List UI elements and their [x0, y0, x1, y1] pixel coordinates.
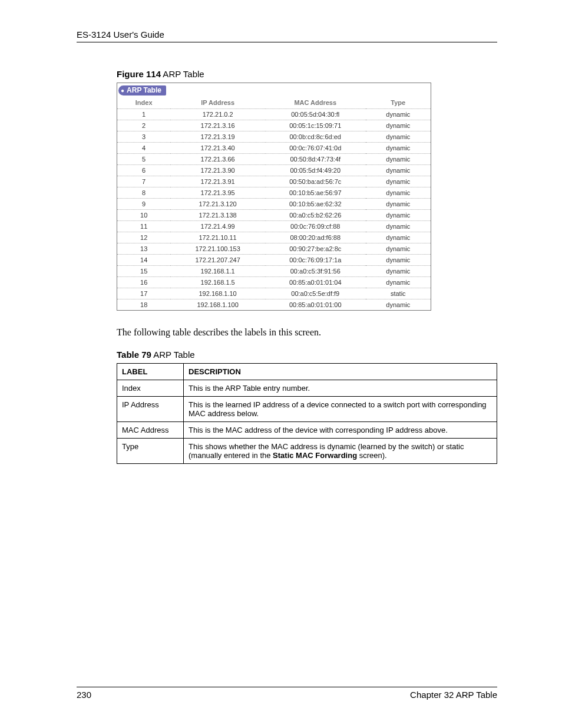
cell-mac: 00:85:a0:01:01:00: [265, 299, 366, 311]
cell-ip: 172.21.207.247: [170, 255, 265, 266]
cell-index: 17: [117, 288, 170, 299]
cell-type: dynamic: [366, 232, 431, 243]
cell-ip: 172.21.3.120: [170, 199, 265, 210]
cell-description: This is the ARP Table entry number.: [184, 380, 497, 397]
table-row: IP AddressThis is the learned IP address…: [117, 397, 497, 422]
chapter-label: Chapter 32 ARP Table: [410, 690, 497, 700]
cell-index: 11: [117, 221, 170, 232]
arp-table-tab[interactable]: ARP Table: [118, 85, 166, 95]
cell-mac: 00:0c:76:07:41:0d: [265, 143, 366, 154]
col-mac: MAC Address: [265, 95, 366, 109]
table-row: 3172.21.3.1900:0b:cd:8c:6d:eddynamic: [117, 131, 431, 143]
cell-index: 18: [117, 299, 170, 311]
cell-ip: 192.168.1.1: [170, 266, 265, 277]
cell-type: dynamic: [366, 176, 431, 187]
cell-ip: 172.21.10.11: [170, 232, 265, 243]
table-row: 16192.168.1.500:85:a0:01:01:04dynamic: [117, 277, 431, 288]
cell-ip: 172.21.3.16: [170, 120, 265, 131]
table-row: 4172.21.3.4000:0c:76:07:41:0ddynamic: [117, 143, 431, 154]
cell-index: 3: [117, 131, 170, 143]
cell-ip: 172.21.3.19: [170, 131, 265, 143]
cell-type: dynamic: [366, 143, 431, 154]
cell-type: dynamic: [366, 266, 431, 277]
cell-type: dynamic: [366, 187, 431, 199]
cell-ip: 192.168.1.5: [170, 277, 265, 288]
cell-mac: 00:0c:76:09:17:1a: [265, 255, 366, 266]
cell-index: 8: [117, 187, 170, 199]
cell-index: 4: [117, 143, 170, 154]
cell-type: dynamic: [366, 243, 431, 255]
table-row: 6172.21.3.9000:05:5d:f4:49:20dynamic: [117, 165, 431, 176]
cell-description: This is the learned IP address of a devi…: [184, 397, 497, 422]
cell-mac: 00:50:ba:ad:56:7c: [265, 176, 366, 187]
description-table: LABEL DESCRIPTION IndexThis is the ARP T…: [117, 363, 497, 464]
table-row: IndexThis is the ARP Table entry number.: [117, 380, 497, 397]
cell-type: dynamic: [366, 277, 431, 288]
cell-mac: 08:00:20:ad:f6:88: [265, 232, 366, 243]
cell-type: dynamic: [366, 221, 431, 232]
cell-type: dynamic: [366, 210, 431, 221]
cell-index: 13: [117, 243, 170, 255]
cell-index: 6: [117, 165, 170, 176]
cell-index: 2: [117, 120, 170, 131]
table-row: TypeThis shows whether the MAC address i…: [117, 439, 497, 464]
cell-ip: 172.21.3.40: [170, 143, 265, 154]
cell-mac: 00:05:5d:f4:49:20: [265, 165, 366, 176]
cell-mac: 00:0c:76:09:cf:88: [265, 221, 366, 232]
cell-index: 10: [117, 210, 170, 221]
cell-index: 15: [117, 266, 170, 277]
table-row: 7172.21.3.9100:50:ba:ad:56:7cdynamic: [117, 176, 431, 187]
cell-type: dynamic: [366, 299, 431, 311]
cell-mac: 00:85:a0:01:01:04: [265, 277, 366, 288]
cell-mac: 00:05:5d:04:30:fl: [265, 109, 366, 120]
figure-title: ARP Table: [161, 69, 204, 79]
cell-description: This shows whether the MAC address is dy…: [184, 439, 497, 464]
cell-index: 9: [117, 199, 170, 210]
col-description: DESCRIPTION: [184, 364, 497, 380]
cell-mac: 00:a0:c5:3f:91:56: [265, 266, 366, 277]
cell-type: dynamic: [366, 199, 431, 210]
table-row: 17192.168.1.1000:a0:c5:5e:df:f9static: [117, 288, 431, 299]
cell-type: dynamic: [366, 131, 431, 143]
table-row: 15192.168.1.100:a0:c5:3f:91:56dynamic: [117, 266, 431, 277]
table-row: 11172.21.4.9900:0c:76:09:cf:88dynamic: [117, 221, 431, 232]
cell-ip: 172.21.0.2: [170, 109, 265, 120]
cell-index: 16: [117, 277, 170, 288]
arp-data-table: Index IP Address MAC Address Type 1172.2…: [117, 95, 431, 310]
col-ip: IP Address: [170, 95, 265, 109]
table-row: 5172.21.3.6600:50:8d:47:73:4fdynamic: [117, 154, 431, 165]
table-row: MAC AddressThis is the MAC address of th…: [117, 422, 497, 439]
cell-label: MAC Address: [117, 422, 184, 439]
cell-mac: 00:a0:c5:5e:df:f9: [265, 288, 366, 299]
table-row: 1172.21.0.200:05:5d:04:30:fldynamic: [117, 109, 431, 120]
cell-ip: 172.21.3.90: [170, 165, 265, 176]
col-type: Type: [366, 95, 431, 109]
col-index: Index: [117, 95, 170, 109]
cell-label: Index: [117, 380, 184, 397]
table-row: 18192.168.1.10000:85:a0:01:01:00dynamic: [117, 299, 431, 311]
table-row: 9172.21.3.12000:10:b5:ae:62:32dynamic: [117, 199, 431, 210]
cell-type: dynamic: [366, 255, 431, 266]
cell-mac: 00:10:b5:ae:62:32: [265, 199, 366, 210]
cell-mac: 00:0b:cd:8c:6d:ed: [265, 131, 366, 143]
page-number: 230: [77, 690, 91, 700]
table-row: 13172.21.100.15300:90:27:be:a2:8cdynamic: [117, 243, 431, 255]
cell-ip: 172.21.3.91: [170, 176, 265, 187]
table-title: ARP Table: [151, 350, 195, 360]
page-header: ES-3124 User's Guide: [77, 29, 497, 42]
cell-type: static: [366, 288, 431, 299]
cell-ip: 172.21.3.138: [170, 210, 265, 221]
cell-ip: 192.168.1.10: [170, 288, 265, 299]
body-paragraph: The following table describes the labels…: [117, 327, 497, 338]
table-caption: Table 79 ARP Table: [117, 350, 497, 360]
cell-index: 1: [117, 109, 170, 120]
page-footer: 230 Chapter 32 ARP Table: [77, 687, 497, 700]
cell-mac: 00:90:27:be:a2:8c: [265, 243, 366, 255]
cell-type: dynamic: [366, 165, 431, 176]
cell-description: This is the MAC address of the device wi…: [184, 422, 497, 439]
cell-index: 14: [117, 255, 170, 266]
cell-mac: 00:a0:c5:b2:62:26: [265, 210, 366, 221]
figure-caption: Figure 114 ARP Table: [117, 69, 497, 79]
cell-ip: 192.168.1.100: [170, 299, 265, 311]
cell-label: IP Address: [117, 397, 184, 422]
